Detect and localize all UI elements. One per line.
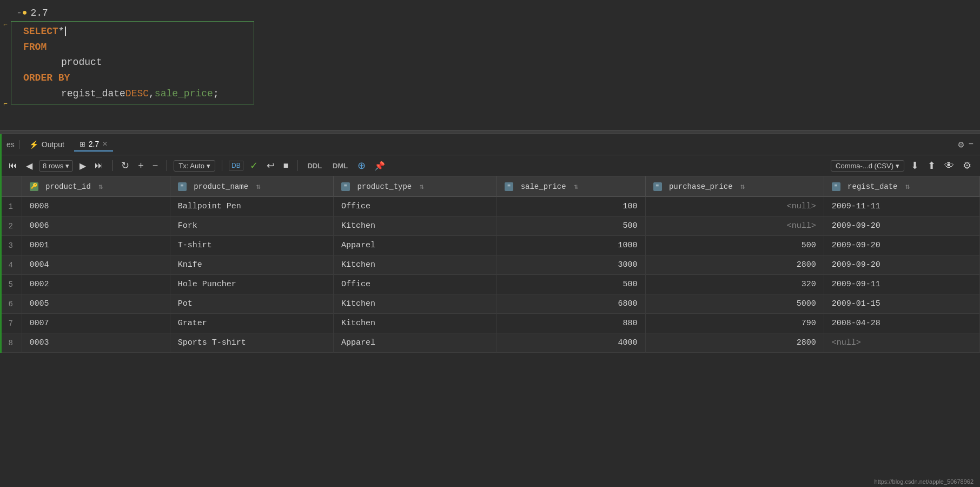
data-tab-icon: ⊞	[80, 140, 85, 148]
keyword-from: FROM	[23, 40, 47, 55]
col-header-product-type[interactable]: ≡ product_type ⇅	[334, 176, 497, 197]
eye-button[interactable]: 👁	[942, 159, 956, 173]
cell-product-id: 0001	[22, 236, 170, 255]
check-button[interactable]: ✓	[248, 159, 260, 173]
cell-sale-price: 880	[497, 314, 645, 333]
cell-regist-date: <null>	[824, 333, 979, 353]
rows-count-label: 8 rows	[43, 162, 63, 170]
watermark: https://blog.csdn.net/apple_50678962	[875, 478, 974, 485]
stop-button[interactable]: ■	[281, 160, 291, 172]
results-header: es ⚡ Output ⊞ 2.7 ✕ ⚙ −	[0, 134, 980, 155]
cell-regist-date: 2009-09-20	[824, 236, 979, 255]
sort-icon-product-type: ⇅	[420, 182, 424, 191]
nav-prev-button[interactable]: ◀	[24, 160, 35, 172]
nav-last-button[interactable]: ⏭	[92, 160, 105, 172]
separator-1	[112, 160, 112, 171]
query-label: 2.7	[30, 5, 48, 21]
remove-row-button[interactable]: −	[150, 159, 161, 173]
undo-button[interactable]: ↩	[264, 159, 277, 173]
editor-line-orderby: ORDER BY	[18, 70, 247, 86]
cursor-icon-button[interactable]: ⊕	[355, 159, 368, 173]
sort-icon-purchase-price: ⇅	[740, 182, 745, 191]
row-number: 8	[0, 333, 22, 353]
cell-product-name: Ballpoint Pen	[170, 197, 333, 216]
refresh-button[interactable]: ↻	[119, 159, 131, 173]
table-row[interactable]: 60005PotKitchen680050002009-01-15	[0, 294, 980, 314]
tab-output[interactable]: ⚡ Output	[24, 138, 70, 151]
row-number: 3	[0, 236, 22, 255]
cell-regist-date: 2008-04-28	[824, 314, 979, 333]
table-row[interactable]: 70007GraterKitchen8807902008-04-28	[0, 314, 980, 333]
null-value: <null>	[787, 202, 816, 211]
row-number: 5	[0, 275, 22, 294]
cell-regist-date: 2009-09-11	[824, 275, 979, 294]
col-label-product-type: product_type	[357, 182, 412, 191]
cell-product-type: Kitchen	[334, 314, 497, 333]
cell-product-name: T-shirt	[170, 236, 333, 255]
cell-product-type: Kitchen	[334, 216, 497, 236]
cell-sale-price: 1000	[497, 236, 645, 255]
cell-product-type: Kitchen	[334, 255, 497, 275]
table-row[interactable]: 50002Hole PuncherOffice5003202009-09-11	[0, 275, 980, 294]
cell-regist-date: 2009-11-11	[824, 197, 979, 216]
settings-icon[interactable]: ⚙	[958, 139, 964, 150]
cell-purchase-price: <null>	[645, 216, 824, 236]
cell-sale-price: 3000	[497, 255, 645, 275]
ddl-button[interactable]: DDL	[304, 161, 325, 171]
col-header-sale-price[interactable]: ≡ sale_price ⇅	[497, 176, 645, 197]
csv-label: Comma-...d (CSV)	[836, 162, 893, 170]
minimize-icon[interactable]: −	[968, 140, 974, 149]
editor-line-select: SELECT *	[18, 24, 247, 40]
pin-button[interactable]: 📌	[372, 160, 387, 172]
table-row[interactable]: 80003Sports T-shirtApparel40002800<null>	[0, 333, 980, 353]
download-button[interactable]: ⬇	[909, 159, 921, 173]
col-header-regist-date[interactable]: ≡ regist_date ⇅	[824, 176, 979, 197]
table-row[interactable]: 40004KnifeKitchen300028002009-09-20	[0, 255, 980, 275]
editor-line-table: product	[18, 55, 247, 70]
tab-data[interactable]: ⊞ 2.7 ✕	[74, 137, 113, 152]
editor-line-from: FROM	[18, 40, 247, 55]
keyword-desc: DESC	[125, 86, 149, 102]
comma-space: ,	[149, 86, 155, 102]
tx-dropdown[interactable]: Tx: Auto ▾	[174, 160, 215, 172]
nav-next-button[interactable]: ▶	[77, 160, 88, 172]
left-accent-bar	[0, 134, 2, 353]
col-icon-product-name: ≡	[178, 182, 187, 191]
panel-divider	[0, 130, 980, 134]
add-row-button[interactable]: +	[136, 159, 146, 173]
cell-product-id: 0006	[22, 216, 170, 236]
close-tab-icon[interactable]: ✕	[102, 140, 108, 148]
col-header-purchase-price[interactable]: ≡ purchase_price ⇅	[645, 176, 824, 197]
csv-dropdown[interactable]: Comma-...d (CSV) ▾	[831, 160, 904, 172]
col-sale-price: sale_price	[155, 86, 213, 102]
cell-sale-price: 4000	[497, 333, 645, 353]
bulb-icon: ●	[22, 6, 28, 21]
col-header-product-id[interactable]: 🔑 product_id ⇅	[22, 176, 170, 197]
dml-button[interactable]: DML	[329, 161, 351, 171]
table-header-row: 🔑 product_id ⇅ ≡ product_name ⇅ ≡ produc…	[0, 176, 980, 197]
rows-dropdown-arrow: ▾	[65, 162, 69, 170]
null-value: <null>	[832, 338, 861, 347]
cell-sale-price: 100	[497, 197, 645, 216]
cell-regist-date: 2009-01-15	[824, 294, 979, 314]
data-tab-label: 2.7	[89, 140, 99, 148]
nav-first-button[interactable]: ⏮	[6, 160, 19, 172]
table-row[interactable]: 20006ForkKitchen500<null>2009-09-20	[0, 216, 980, 236]
separator-4	[297, 160, 297, 171]
cell-product-type: Apparel	[334, 236, 497, 255]
col-header-product-name[interactable]: ≡ product_name ⇅	[170, 176, 333, 197]
cell-product-id: 0008	[22, 197, 170, 216]
row-number: 4	[0, 255, 22, 275]
col-label-sale-price: sale_price	[521, 182, 566, 191]
table-settings-button[interactable]: ⚙	[961, 159, 974, 173]
csv-arrow: ▾	[896, 162, 899, 170]
rows-dropdown[interactable]: 8 rows ▾	[39, 160, 73, 172]
table-row[interactable]: 30001T-shirtApparel10005002009-09-20	[0, 236, 980, 255]
db-icon-button[interactable]: DB	[229, 161, 243, 170]
cell-product-id: 0005	[22, 294, 170, 314]
col-label-regist-date: regist_date	[847, 182, 897, 191]
toolbar: ⏮ ◀ 8 rows ▾ ▶ ⏭ ↻ + − Tx: Auto ▾ DB ✓ ↩…	[0, 155, 980, 176]
null-value: <null>	[787, 221, 816, 231]
table-row[interactable]: 10008Ballpoint PenOffice100<null>2009-11…	[0, 197, 980, 216]
upload-button[interactable]: ⬆	[925, 159, 938, 173]
